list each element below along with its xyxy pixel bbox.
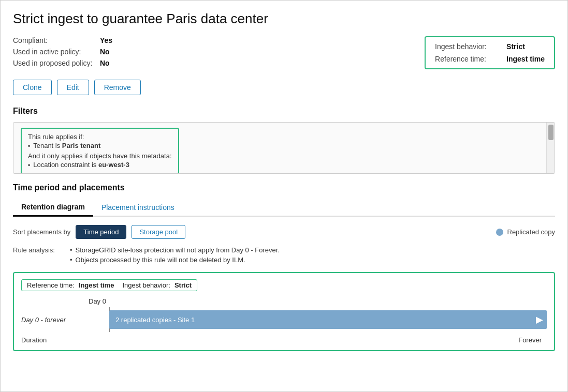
sort-time-period-button[interactable]: Time period <box>76 225 126 239</box>
bar-arrow-icon: ▶ <box>532 310 547 329</box>
diagram-body: Day 0 Day 0 - forever 2 replicated copie… <box>21 297 547 344</box>
used-proposed-row: Used in proposed policy: No <box>13 59 112 67</box>
clone-button[interactable]: Clone <box>13 80 52 95</box>
day-label-row: Day 0 <box>89 297 547 305</box>
ref-time-value: Ingest time <box>79 281 114 289</box>
analysis-bullet-1: • <box>70 246 72 254</box>
duration-value: Forever <box>518 336 547 344</box>
sort-row: Sort placements by Time period Storage p… <box>13 225 555 239</box>
scroll-thumb <box>548 125 554 140</box>
replicated-legend: Replicated copy <box>496 228 556 236</box>
time-period-title: Time period and placements <box>13 183 555 192</box>
diagram-container: Reference time: Ingest time Ingest behav… <box>13 272 555 351</box>
tenant-label: Tenant is <box>33 142 62 149</box>
period-bar-area: 2 replicated copies - Site 1 ▶ <box>89 307 547 332</box>
used-active-label: Used in active policy: <box>13 48 96 56</box>
compliant-value: Yes <box>100 36 112 44</box>
edit-button[interactable]: Edit <box>57 80 89 95</box>
ingest-behavior-label: Ingest behavior: <box>435 42 502 51</box>
reference-time-row: Reference time: Ingest time <box>435 55 545 63</box>
ingest-behavior-diagram-label: Ingest behavior: <box>122 281 170 289</box>
time-period-section: Time period and placements Retention dia… <box>13 183 555 351</box>
action-buttons: Clone Edit Remove <box>13 80 555 95</box>
copies-bar: 2 replicated copies - Site 1 ▶ <box>109 310 547 329</box>
compliant-row: Compliant: Yes <box>13 36 112 44</box>
tenant-bullet-icon: • <box>28 143 30 150</box>
tenant-text: Tenant is Paris tenant <box>33 142 100 149</box>
duration-row: Duration Forever <box>21 336 547 344</box>
analysis-item-2: • Objects processed by this rule will no… <box>70 256 280 264</box>
rule-analysis: Rule analysis: • StorageGRID site-loss p… <box>13 246 555 264</box>
ingest-behavior-value: Strict <box>506 42 525 51</box>
filters-section: Filters This rule applies if: • Tenant i… <box>13 107 555 174</box>
used-active-value: No <box>100 48 110 56</box>
ref-time-label: Reference time: <box>27 281 75 289</box>
meta-left: Compliant: Yes Used in active policy: No… <box>13 36 112 69</box>
duration-label: Duration <box>21 336 89 344</box>
sort-label: Sort placements by <box>13 228 70 236</box>
analysis-bullet-2: • <box>70 256 72 264</box>
filters-title: Filters <box>13 107 555 116</box>
location-label: Location constraint is <box>33 161 98 169</box>
ingest-behavior-diagram-value: Strict <box>174 281 192 289</box>
rule-analysis-items: • StorageGRID site-loss protection will … <box>70 246 280 264</box>
analysis-item-1: • StorageGRID site-loss protection will … <box>70 246 280 254</box>
location-value: eu-west-3 <box>98 161 129 169</box>
used-active-row: Used in active policy: No <box>13 48 112 56</box>
page-container: Strict ingest to guarantee Paris data ce… <box>0 0 568 392</box>
filters-box: This rule applies if: • Tenant is Paris … <box>13 122 555 174</box>
location-text: Location constraint is eu-west-3 <box>33 161 129 169</box>
location-bullet-icon: • <box>28 162 30 169</box>
period-row: Day 0 - forever 2 replicated copies - Si… <box>21 307 547 332</box>
scrollbar[interactable] <box>546 123 555 173</box>
tab-placement-instructions[interactable]: Placement instructions <box>93 199 183 216</box>
legend-label: Replicated copy <box>507 228 556 236</box>
location-bullet-item: • Location constraint is eu-west-3 <box>28 161 172 169</box>
remove-button[interactable]: Remove <box>94 80 141 95</box>
ingest-box: Ingest behavior: Strict Reference time: … <box>425 36 555 69</box>
filter-inner-box: This rule applies if: • Tenant is Paris … <box>21 128 179 174</box>
copies-label: 2 replicated copies - Site 1 <box>115 316 195 324</box>
day0-label: Day 0 <box>89 297 106 305</box>
ref-bar: Reference time: Ingest time Ingest behav… <box>21 279 197 291</box>
rule-analysis-label: Rule analysis: <box>13 246 65 264</box>
used-proposed-label: Used in proposed policy: <box>13 59 96 67</box>
sort-storage-pool-button[interactable]: Storage pool <box>132 225 185 239</box>
reference-time-value: Ingest time <box>506 55 545 63</box>
rule-applies-text: This rule applies if: <box>28 133 172 141</box>
tenant-bullet-item: • Tenant is Paris tenant <box>28 142 172 150</box>
compliant-label: Compliant: <box>13 36 96 44</box>
meta-section: Compliant: Yes Used in active policy: No… <box>13 36 555 69</box>
reference-time-label: Reference time: <box>435 55 502 63</box>
metadata-text: And it only applies if objects have this… <box>28 152 172 160</box>
used-proposed-value: No <box>100 59 110 67</box>
legend-dot-icon <box>496 229 503 236</box>
tab-retention-diagram[interactable]: Retention diagram <box>13 199 93 217</box>
tenant-value: Paris tenant <box>62 142 100 149</box>
period-label: Day 0 - forever <box>21 316 89 324</box>
ingest-behavior-row: Ingest behavior: Strict <box>435 42 545 51</box>
analysis-text-1: StorageGRID site-loss protection will no… <box>76 246 280 254</box>
page-title: Strict ingest to guarantee Paris data ce… <box>13 11 555 27</box>
tabs-row: Retention diagram Placement instructions <box>13 199 555 217</box>
analysis-text-2: Objects processed by this rule will not … <box>76 256 245 264</box>
